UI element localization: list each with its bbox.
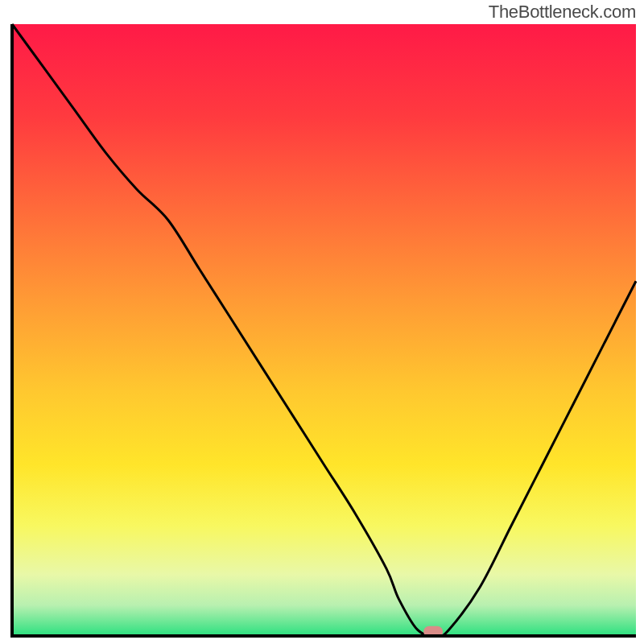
plot-background — [12, 24, 636, 636]
bottleneck-plot — [0, 0, 644, 644]
chart-container: TheBottleneck.com — [0, 0, 644, 644]
